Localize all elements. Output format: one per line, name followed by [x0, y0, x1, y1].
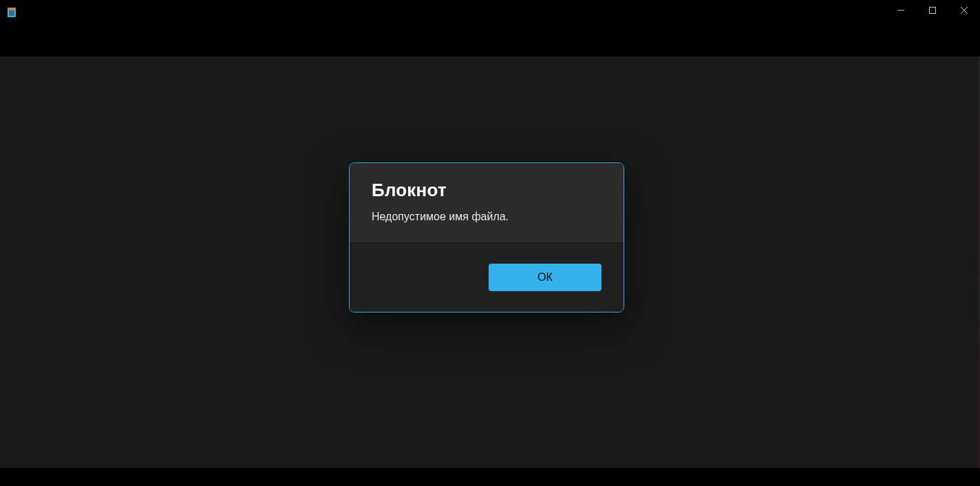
ok-button[interactable]: ОК	[489, 264, 601, 291]
dialog-footer: ОК	[350, 242, 624, 312]
titlebar	[0, 0, 980, 25]
svg-rect-7	[930, 8, 936, 14]
dialog-body: Блокнот Недопустимое имя файла.	[350, 163, 624, 242]
bottom-bar	[0, 468, 980, 486]
titlebar-left	[6, 6, 18, 19]
svg-rect-1	[8, 8, 16, 10]
minimize-button[interactable]	[885, 0, 917, 21]
close-button[interactable]	[948, 0, 980, 21]
notepad-icon	[6, 6, 18, 19]
dialog-message: Недопустимое имя файла.	[372, 209, 601, 224]
toolbar-area	[0, 25, 980, 56]
error-dialog: Блокнот Недопустимое имя файла. ОК	[349, 162, 624, 313]
maximize-button[interactable]	[917, 0, 948, 21]
dialog-title: Блокнот	[372, 180, 601, 201]
window-controls	[885, 0, 980, 25]
